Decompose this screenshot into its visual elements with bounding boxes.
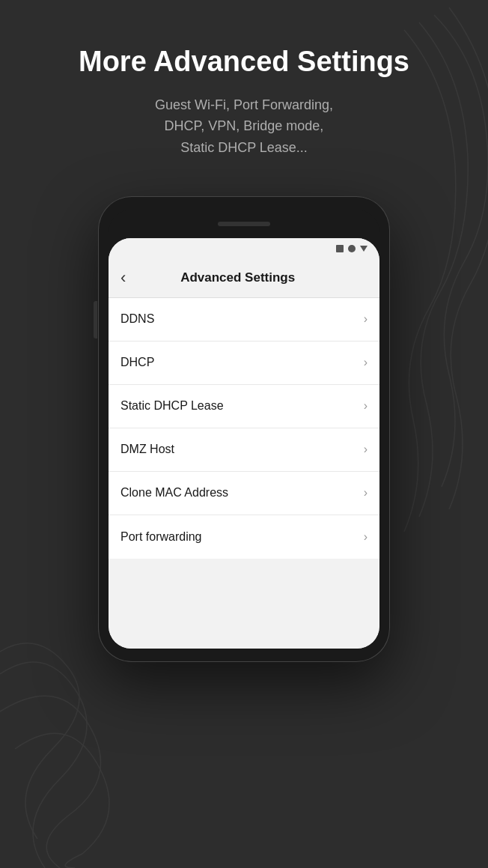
menu-item-ddns[interactable]: DDNS › (109, 298, 379, 342)
page-subtitle: Guest Wi-Fi, Port Forwarding, DHCP, VPN,… (37, 94, 451, 159)
menu-item-static-dhcp[interactable]: Static DHCP Lease › (109, 385, 379, 428)
menu-item-dhcp-label: DHCP (121, 356, 154, 369)
menu-item-static-dhcp-label: Static DHCP Lease (121, 399, 224, 413)
menu-item-dmz-host-label: DMZ Host (121, 443, 174, 456)
phone-notch (109, 210, 379, 238)
nav-title: Advanced Settings (126, 270, 350, 285)
header-section: More Advanced Settings Guest Wi-Fi, Port… (0, 0, 488, 181)
menu-item-clone-mac-chevron-icon: › (364, 486, 367, 500)
menu-item-clone-mac-label: Clone MAC Address (121, 486, 228, 500)
back-chevron-icon: ‹ (121, 270, 126, 286)
status-bar (109, 238, 379, 259)
menu-item-port-forwarding[interactable]: Port forwarding › (109, 515, 379, 559)
phone-speaker (218, 222, 270, 226)
menu-item-dmz-host[interactable]: DMZ Host › (109, 428, 379, 472)
menu-item-ddns-label: DDNS (121, 312, 154, 326)
phone-mockup: ‹ Advanced Settings DDNS › DHCP › Static… (98, 196, 390, 662)
status-arrow-icon (360, 246, 367, 252)
screen-empty-area (109, 559, 379, 649)
menu-item-dhcp[interactable]: DHCP › (109, 342, 379, 385)
menu-item-dhcp-chevron-icon: › (364, 356, 367, 369)
menu-item-port-forwarding-chevron-icon: › (364, 530, 367, 544)
menu-list: DDNS › DHCP › Static DHCP Lease › DMZ Ho… (109, 298, 379, 559)
back-button[interactable]: ‹ (121, 270, 126, 286)
menu-item-clone-mac[interactable]: Clone MAC Address › (109, 472, 379, 515)
menu-item-static-dhcp-chevron-icon: › (364, 399, 367, 413)
nav-bar: ‹ Advanced Settings (109, 259, 379, 298)
phone-container: ‹ Advanced Settings DDNS › DHCP › Static… (0, 196, 488, 662)
menu-item-dmz-host-chevron-icon: › (364, 443, 367, 456)
status-square-icon (336, 245, 344, 252)
phone-screen: ‹ Advanced Settings DDNS › DHCP › Static… (109, 238, 379, 649)
menu-item-ddns-chevron-icon: › (364, 312, 367, 326)
status-dot-icon (348, 245, 356, 252)
page-title: More Advanced Settings (37, 45, 451, 79)
menu-item-port-forwarding-label: Port forwarding (121, 530, 202, 544)
